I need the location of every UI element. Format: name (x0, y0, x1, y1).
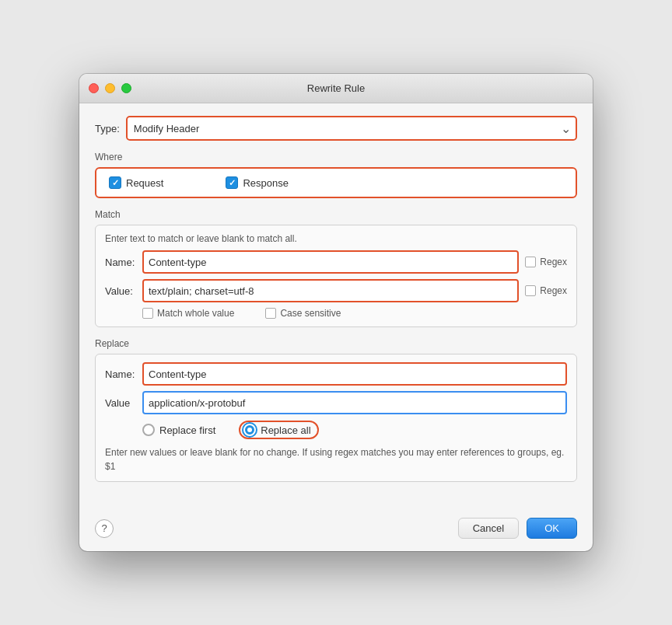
match-name-row: Name: Regex (105, 250, 567, 274)
replace-value-label: Value (105, 397, 142, 409)
type-label: Type: (95, 123, 120, 134)
match-value-regex-label: Regex (540, 285, 567, 296)
traffic-lights (89, 83, 131, 93)
replace-first-option[interactable]: Replace first (142, 424, 215, 436)
replace-all-radio[interactable] (243, 424, 256, 436)
response-checkbox[interactable] (226, 176, 238, 189)
request-label: Request (126, 177, 163, 189)
request-checkbox-item[interactable]: Request (109, 176, 163, 189)
replace-value-row: Value (105, 391, 567, 414)
type-select-wrapper: Modify Header ⌄ (126, 116, 577, 141)
where-box: Request Response (95, 167, 577, 198)
match-value-input-wrapper (142, 279, 519, 302)
replace-name-row: Name: (105, 362, 567, 386)
match-value-regex-checkbox[interactable] (525, 285, 536, 296)
replace-all-label: Replace all (261, 424, 310, 436)
radio-checked-inner (247, 428, 252, 432)
dialog-window: Rewrite Rule Type: Modify Header ⌄ Where… (79, 74, 593, 551)
match-options-row: Match whole value Case sensitive (105, 308, 567, 319)
replace-first-label: Replace first (159, 424, 215, 436)
where-section: Where Request Response (95, 152, 577, 198)
replace-name-input[interactable] (144, 364, 565, 384)
minimize-button[interactable] (105, 83, 115, 93)
match-name-regex-area: Regex (525, 257, 567, 267)
dialog-content: Type: Modify Header ⌄ Where Request Resp… (79, 103, 593, 508)
match-section: Match Enter text to match or leave blank… (95, 209, 577, 327)
maximize-button[interactable] (121, 83, 131, 93)
match-hint: Enter text to match or leave blank to ma… (105, 233, 567, 244)
type-select[interactable]: Modify Header (128, 117, 576, 139)
case-sensitive-checkbox[interactable] (265, 308, 276, 319)
footer-buttons: Cancel OK (458, 518, 577, 539)
replace-name-label: Name: (105, 368, 142, 380)
type-row: Type: Modify Header ⌄ (95, 116, 577, 141)
close-button[interactable] (89, 83, 99, 93)
match-box: Enter text to match or leave blank to ma… (95, 225, 577, 327)
match-value-label: Value: (105, 285, 142, 297)
match-name-regex-checkbox[interactable] (525, 257, 536, 267)
match-value-row: Value: Regex (105, 279, 567, 302)
match-name-input-wrapper (142, 250, 519, 274)
where-label: Where (95, 152, 577, 162)
match-value-input[interactable] (144, 281, 517, 301)
ok-button[interactable]: OK (527, 518, 577, 539)
case-sensitive-label: Case sensitive (280, 308, 341, 319)
replace-label: Replace (95, 338, 577, 349)
replace-box: Name: Value Replace first (95, 354, 577, 482)
match-name-regex-label: Regex (540, 257, 567, 267)
match-whole-label: Match whole value (157, 308, 234, 319)
match-whole-option[interactable]: Match whole value (142, 308, 234, 319)
cancel-button[interactable]: Cancel (458, 518, 519, 539)
titlebar: Rewrite Rule (79, 74, 593, 103)
replace-all-option-wrapper[interactable]: Replace all (239, 421, 318, 439)
request-checkbox[interactable] (109, 176, 121, 189)
match-value-regex-area: Regex (525, 285, 567, 296)
match-label: Match (95, 209, 577, 220)
match-name-label: Name: (105, 257, 142, 268)
replace-value-input[interactable] (144, 393, 565, 413)
replace-value-input-wrapper (142, 391, 567, 414)
replace-radio-row: Replace first Replace all (105, 421, 567, 439)
replace-hint: Enter new values or leave blank for no c… (105, 445, 567, 473)
window-title: Rewrite Rule (307, 82, 365, 94)
response-checkbox-item[interactable]: Response (226, 176, 289, 189)
replace-name-input-wrapper (142, 362, 567, 386)
case-sensitive-option[interactable]: Case sensitive (265, 308, 341, 319)
dialog-footer: ? Cancel OK (79, 508, 593, 551)
response-label: Response (243, 177, 289, 189)
help-button[interactable]: ? (95, 519, 114, 538)
match-whole-checkbox[interactable] (142, 308, 153, 319)
replace-section: Replace Name: Value (95, 338, 577, 482)
match-name-input[interactable] (144, 252, 517, 272)
replace-first-radio[interactable] (142, 424, 155, 436)
